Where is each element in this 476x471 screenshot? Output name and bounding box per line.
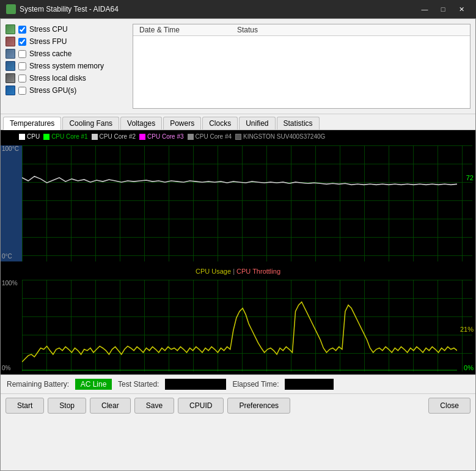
checkbox-row-cache: Stress cache xyxy=(5,48,128,59)
test-started-value xyxy=(165,379,226,390)
log-status-header: Status xyxy=(234,26,467,34)
tab-cooling-fans[interactable]: Cooling Fans xyxy=(62,117,119,130)
bottom-strip: Remaining Battery: AC Line Test Started:… xyxy=(1,374,475,393)
throttling-label: CPU Throttling xyxy=(236,268,280,275)
fpu-icon xyxy=(5,37,15,46)
legend-core2-dot xyxy=(92,134,98,140)
legend-kingston-text: KINGSTON SUV400S37240G xyxy=(243,133,325,140)
legend-core3: CPU Core #3 xyxy=(139,133,183,140)
legend-core1: CPU Core #1 xyxy=(43,133,87,140)
legend-cpu: CPU xyxy=(19,133,40,140)
stress-cpu-label: Stress CPU xyxy=(29,25,68,34)
stress-cache-label: Stress cache xyxy=(29,49,71,58)
elapsed-label: Elapsed Time: xyxy=(232,380,279,389)
stress-disk-label: Stress local disks xyxy=(29,74,86,82)
stress-disk-checkbox[interactable] xyxy=(18,75,26,82)
elapsed-value xyxy=(285,379,334,390)
legend-kingston: KINGSTON SUV400S37240G xyxy=(235,133,325,140)
stress-gpu-label: Stress GPU(s) xyxy=(29,86,76,95)
legend-core2-text: CPU Core #2 xyxy=(100,133,136,140)
legend-core4-text: CPU Core #4 xyxy=(196,133,232,140)
battery-label: Remaining Battery: xyxy=(7,380,69,389)
stress-options-panel: Stress CPU Stress FPU Stress cache Stres… xyxy=(5,24,128,109)
temperature-chart: CPU CPU Core #1 CPU Core #2 CPU Core #3 … xyxy=(1,130,475,265)
checkbox-row-mem: Stress system memory xyxy=(5,60,128,71)
stress-mem-checkbox[interactable] xyxy=(18,62,26,70)
temp-current-value: 72 xyxy=(466,174,474,181)
app-icon xyxy=(6,4,16,14)
tab-temperatures[interactable]: Temperatures xyxy=(3,117,61,130)
buttons-bar: Start Stop Clear Save CPUID Preferences … xyxy=(1,393,475,417)
log-date-header: Date & Time xyxy=(136,26,234,34)
stress-mem-label: Stress system memory xyxy=(29,62,104,70)
clear-button[interactable]: Clear xyxy=(90,398,131,414)
tab-powers[interactable]: Powers xyxy=(163,117,201,130)
legend-kingston-dot xyxy=(235,134,241,140)
cache-icon xyxy=(5,49,15,59)
legend-core4: CPU Core #4 xyxy=(188,133,232,140)
stress-fpu-label: Stress FPU xyxy=(29,37,67,46)
tab-unified[interactable]: Unified xyxy=(239,117,275,130)
legend-core1-dot xyxy=(43,134,49,140)
stress-cpu-checkbox[interactable] xyxy=(18,26,26,34)
legend-core1-text: CPU Core #1 xyxy=(51,133,87,140)
chart-blue-bar xyxy=(1,145,22,261)
legend-core3-dot xyxy=(139,134,145,140)
preferences-button[interactable]: Preferences xyxy=(227,398,290,414)
legend-core2: CPU Core #2 xyxy=(92,133,136,140)
log-panel: Date & Time Status xyxy=(133,24,471,109)
checkbox-row-cpu: Stress CPU xyxy=(5,24,128,35)
battery-value: AC Line xyxy=(75,379,112,390)
temp-chart-svg xyxy=(22,145,457,261)
checkbox-row-gpu: Stress GPU(s) xyxy=(5,85,128,96)
temp-chart-legend: CPU CPU Core #1 CPU Core #2 CPU Core #3 … xyxy=(19,133,472,140)
usage-current-value: 21% xyxy=(460,326,474,333)
mem-icon xyxy=(5,61,15,71)
checkbox-row-fpu: Stress FPU xyxy=(5,36,128,47)
save-button[interactable]: Save xyxy=(134,398,174,414)
cpu-icon xyxy=(5,24,15,34)
usage-y-min: 0% xyxy=(2,365,10,371)
stress-gpu-checkbox[interactable] xyxy=(18,87,26,95)
window-close-button[interactable]: ✕ xyxy=(453,2,470,16)
legend-core4-dot xyxy=(188,134,194,140)
window-controls: — □ ✕ xyxy=(416,2,470,16)
cpuid-button[interactable]: CPUID xyxy=(178,398,224,414)
log-body xyxy=(133,36,470,108)
maximize-button[interactable]: □ xyxy=(434,2,452,16)
top-section: Stress CPU Stress FPU Stress cache Stres… xyxy=(1,19,475,114)
stress-cache-checkbox[interactable] xyxy=(18,50,26,58)
tab-voltages[interactable]: Voltages xyxy=(120,117,162,130)
main-window: Stress CPU Stress FPU Stress cache Stres… xyxy=(0,18,476,471)
window-title: System Stability Test - AIDA64 xyxy=(20,5,416,13)
tabs-section: Temperatures Cooling Fans Voltages Power… xyxy=(1,114,475,130)
legend-core3-text: CPU Core #3 xyxy=(147,133,183,140)
usage-chart-title: CPU Usage | CPU Throttling xyxy=(1,268,475,275)
log-header: Date & Time Status xyxy=(133,24,470,36)
charts-area: CPU CPU Core #1 CPU Core #2 CPU Core #3 … xyxy=(1,130,475,374)
checkbox-row-disk: Stress local disks xyxy=(5,73,128,84)
stop-button[interactable]: Stop xyxy=(48,398,86,414)
tabs-bar: Temperatures Cooling Fans Voltages Power… xyxy=(1,114,475,130)
test-started-label: Test Started: xyxy=(118,380,159,389)
close-button[interactable]: Close xyxy=(428,398,471,414)
temp-y-max: 100°C xyxy=(2,145,19,152)
legend-cpu-text: CPU xyxy=(27,133,40,140)
usage-y-max: 100% xyxy=(2,280,18,287)
legend-cpu-checkbox[interactable] xyxy=(19,134,25,140)
disk-icon xyxy=(5,73,15,83)
titlebar: System Stability Test - AIDA64 — □ ✕ xyxy=(0,0,476,18)
tab-clocks[interactable]: Clocks xyxy=(202,117,238,130)
usage-chart-svg xyxy=(22,280,457,371)
temp-y-min: 0°C xyxy=(2,253,12,260)
gpu-icon xyxy=(5,86,15,95)
usage-zero-value: 0% xyxy=(464,364,474,371)
minimize-button[interactable]: — xyxy=(416,2,433,16)
tab-statistics[interactable]: Statistics xyxy=(277,117,320,130)
usage-label: CPU Usage xyxy=(196,268,231,275)
cpu-usage-chart: CPU Usage | CPU Throttling 100% 0% 21% 0… xyxy=(1,265,475,374)
start-button[interactable]: Start xyxy=(5,398,44,414)
stress-fpu-checkbox[interactable] xyxy=(18,38,26,46)
